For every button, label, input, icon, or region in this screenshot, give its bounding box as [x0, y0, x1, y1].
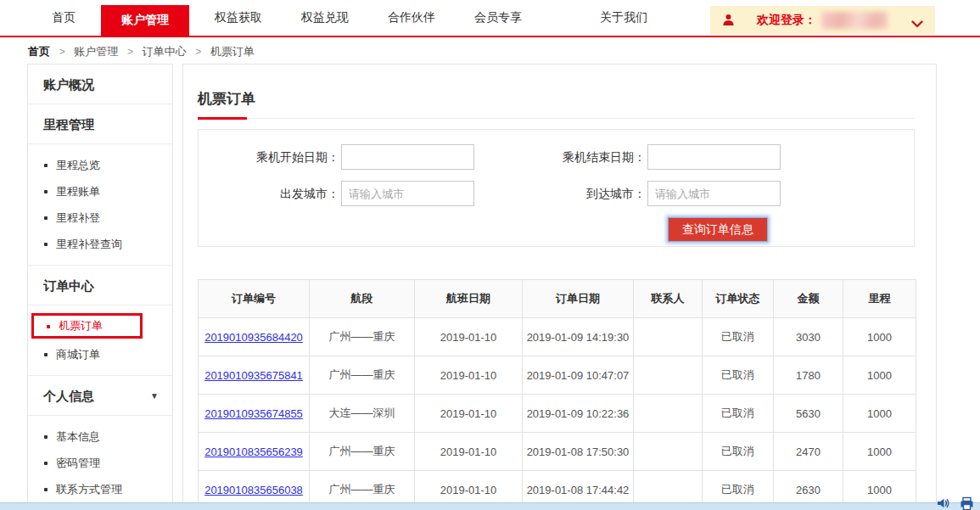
cell-contact — [634, 395, 703, 433]
sidebar-section-account-overview[interactable]: 账户概况 — [28, 64, 172, 104]
table-row: 2019010935684420 广州——重庆 2019-01-10 2019-… — [199, 318, 916, 356]
cell-amount: 1780 — [774, 356, 843, 395]
order-number-link[interactable]: 2019010935684420 — [204, 331, 303, 344]
sidebar-section-personal-info-label: 个人信息 — [43, 389, 94, 403]
breadcrumb-account-management[interactable]: 账户管理 — [74, 45, 118, 58]
arrival-city-label: 到达城市： — [474, 181, 646, 206]
sidebar-item-password-management[interactable]: 密码管理 — [28, 450, 172, 476]
sidebar-mileage-list: 里程总览 里程账单 里程补登 里程补登查询 — [28, 144, 172, 266]
sidebar-item-mileage-overview[interactable]: 里程总览 — [28, 152, 172, 178]
order-query-form: 乘机开始日期： 乘机结束日期： 出发城市： 到达城市： 查询订单信息 — [198, 129, 915, 247]
title-red-underline — [198, 117, 247, 120]
sidebar-section-order-center[interactable]: 订单中心 — [28, 266, 172, 305]
sidebar-section-mileage-management[interactable]: 里程管理 — [28, 104, 172, 144]
nav-item-partners[interactable]: 合作伙伴 — [374, 0, 449, 36]
breadcrumb: 首页 > 账户管理 > 订单中心 > 机票订单 — [28, 44, 255, 59]
cell-flight-date: 2019-01-10 — [415, 318, 523, 356]
nav-item-member-exclusive[interactable]: 会员专享 — [461, 0, 535, 36]
breadcrumb-separator: > — [127, 46, 133, 58]
printer-icon[interactable] — [960, 496, 974, 510]
form-row-dates: 乘机开始日期： 乘机结束日期： — [199, 144, 914, 170]
speaker-icon[interactable] — [936, 496, 950, 510]
col-header-amount: 金额 — [774, 280, 843, 318]
cell-order-date: 2019-01-09 10:22:36 — [523, 395, 634, 433]
cell-order-date: 2019-01-09 14:19:30 — [523, 318, 634, 356]
cell-amount: 2470 — [774, 433, 843, 471]
sidebar-item-mall-orders[interactable]: 商城订单 — [28, 341, 172, 367]
breadcrumb-order-center[interactable]: 订单中心 — [143, 45, 187, 58]
col-header-contact: 联系人 — [634, 280, 703, 318]
col-header-flight-date: 航班日期 — [415, 280, 523, 318]
cell-status: 已取消 — [703, 356, 774, 395]
form-row-cities: 出发城市： 到达城市： — [199, 181, 914, 206]
welcome-label: 欢迎登录： — [757, 13, 816, 28]
cell-segment: 广州——重庆 — [310, 433, 415, 471]
order-number-link[interactable]: 2019010835656038 — [204, 484, 303, 496]
order-number-link[interactable]: 2019010935675841 — [204, 369, 303, 382]
col-header-order-no: 订单编号 — [199, 280, 310, 318]
nav-item-account-management[interactable]: 账户管理 — [101, 5, 189, 36]
cell-segment: 广州——重庆 — [310, 318, 415, 356]
end-date-label: 乘机结束日期： — [474, 144, 646, 170]
nav-item-about-us[interactable]: 关于我们 — [586, 0, 661, 36]
page-title-text: 机票订单 — [198, 91, 255, 107]
end-date-input[interactable] — [647, 144, 781, 170]
cell-flight-date: 2019-01-10 — [415, 433, 523, 471]
cell-mileage: 1000 — [843, 356, 916, 395]
user-icon — [722, 14, 735, 26]
cell-flight-date: 2019-01-10 — [415, 356, 523, 395]
bottom-status-strip — [0, 502, 980, 510]
nav-item-home[interactable]: 首页 — [38, 0, 89, 36]
cell-order-no: 2019010935675841 — [199, 356, 310, 395]
breadcrumb-home[interactable]: 首页 — [28, 45, 50, 58]
breadcrumb-separator: > — [195, 46, 201, 58]
sidebar-item-mileage-statement[interactable]: 里程账单 — [28, 178, 172, 205]
start-date-input[interactable] — [341, 144, 474, 170]
sidebar-item-flight-orders[interactable]: 机票订单 — [31, 313, 143, 339]
cell-amount: 5630 — [774, 395, 843, 433]
cell-contact — [634, 318, 703, 356]
sidebar-item-contact-management[interactable]: 联系方式管理 — [28, 476, 172, 502]
breadcrumb-separator: > — [59, 46, 65, 58]
sidebar-item-mileage-retro-credit[interactable]: 里程补登 — [28, 205, 172, 231]
sidebar-item-basic-info[interactable]: 基本信息 — [28, 423, 172, 450]
departure-city-label: 出发城市： — [199, 181, 339, 206]
sidebar-section-personal-info[interactable]: 个人信息 ▼ — [28, 376, 172, 416]
sidebar: 账户概况 里程管理 里程总览 里程账单 里程补登 里程补登查询 订单中心 机票订… — [27, 64, 173, 510]
collapse-caret-icon[interactable]: ▼ — [150, 376, 159, 416]
cell-mileage: 1000 — [843, 433, 916, 471]
departure-city-input[interactable] — [341, 181, 474, 206]
order-number-link[interactable]: 2019010835656239 — [204, 446, 303, 458]
col-header-mileage: 里程 — [843, 280, 916, 318]
sidebar-personal-list: 基本信息 密码管理 联系方式管理 证件管理 — [28, 416, 172, 510]
cell-order-no: 2019010935684420 — [199, 318, 310, 356]
cell-amount: 3030 — [774, 318, 843, 356]
cell-contact — [634, 356, 703, 395]
chevron-down-icon[interactable] — [911, 16, 923, 24]
form-row-submit: 查询订单信息 — [668, 217, 914, 242]
nav-item-benefit-redeem[interactable]: 权益兑现 — [288, 0, 362, 36]
cell-order-date: 2019-01-09 10:47:07 — [523, 356, 634, 395]
cell-status: 已取消 — [703, 395, 774, 433]
nav-item-benefit-acquire[interactable]: 权益获取 — [201, 0, 276, 36]
status-strip-icons — [936, 496, 974, 510]
col-header-order-date: 订单日期 — [523, 280, 634, 318]
welcome-login-dropdown[interactable]: 欢迎登录： — [710, 6, 935, 34]
cell-mileage: 1000 — [843, 395, 916, 433]
sidebar-item-mileage-retro-query[interactable]: 里程补登查询 — [28, 231, 172, 257]
cell-segment: 大连——深圳 — [310, 395, 415, 433]
cell-order-no: 2019010835656239 — [199, 433, 310, 471]
cell-segment: 广州——重庆 — [310, 356, 415, 395]
table-row: 2019010935674855 大连——深圳 2019-01-10 2019-… — [199, 395, 916, 433]
redacted-username — [821, 12, 888, 29]
col-header-order-status: 订单状态 — [703, 280, 774, 318]
cell-order-date: 2019-01-08 17:50:30 — [523, 433, 634, 471]
breadcrumb-flight-orders: 机票订单 — [210, 45, 255, 58]
table-header-row: 订单编号 航段 航班日期 订单日期 联系人 订单状态 金额 里程 — [199, 280, 916, 318]
arrival-city-input[interactable] — [647, 181, 781, 206]
query-order-info-button[interactable]: 查询订单信息 — [668, 217, 768, 242]
order-number-link[interactable]: 2019010935674855 — [204, 407, 303, 420]
col-header-segment: 航段 — [310, 280, 415, 318]
top-navigation-bar: 首页 账户管理 权益获取 权益兑现 合作伙伴 会员专享 关于我们 欢迎登录： — [0, 0, 980, 37]
cell-order-no: 2019010935674855 — [199, 395, 310, 433]
